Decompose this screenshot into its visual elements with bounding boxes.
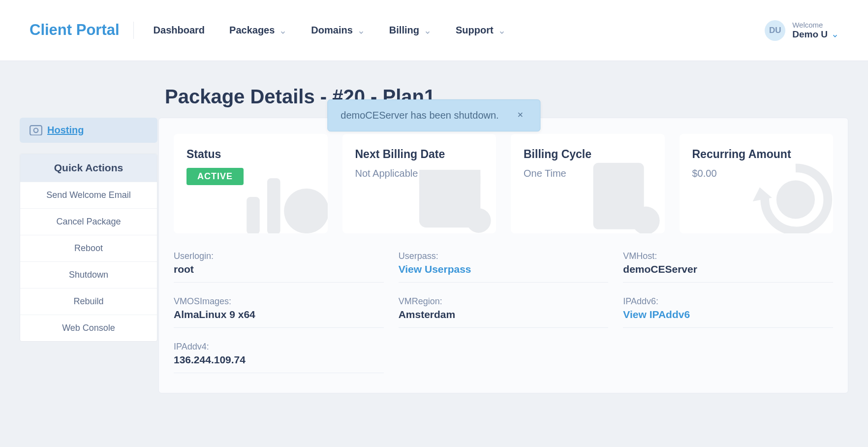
detail-vmregion-value: Amsterdam: [399, 309, 609, 320]
nav-packages[interactable]: Packages: [229, 25, 286, 36]
detail-vmhost: VMHost: demoCEServer: [623, 251, 833, 283]
header: Client Portal Dashboard Packages Domains…: [0, 0, 868, 61]
svg-rect-4: [247, 197, 260, 233]
close-icon[interactable]: [514, 109, 527, 122]
nav-billing[interactable]: Billing: [389, 25, 431, 36]
welcome-label: Welcome: [792, 21, 838, 29]
nav-support[interactable]: Support: [456, 25, 505, 36]
card-next-billing: Next Billing Date Not Applicable: [342, 134, 496, 233]
qa-shutdown[interactable]: Shutdown: [20, 261, 157, 288]
detail-userpass: Userpass: View Userpass: [399, 251, 609, 283]
recurring-icon: [744, 158, 833, 233]
nav-packages-label: Packages: [229, 25, 275, 36]
qa-reboot[interactable]: Reboot: [20, 235, 157, 261]
quick-actions-header: Quick Actions: [20, 154, 157, 182]
svg-point-3: [34, 128, 38, 132]
nav-domains[interactable]: Domains: [311, 25, 364, 36]
nav-dashboard[interactable]: Dashboard: [154, 25, 205, 36]
toast-message: demoCEServer has been shutdown.: [341, 110, 498, 121]
nav-support-label: Support: [456, 25, 494, 36]
calendar-icon: [407, 158, 496, 233]
qa-cancel-package[interactable]: Cancel Package: [20, 208, 157, 235]
svg-point-15: [776, 180, 815, 219]
detail-vmos-value: AlmaLinux 9 x64: [174, 309, 384, 320]
main-panel: Status ACTIVE Next Billing Date Not Appl…: [158, 118, 848, 393]
summary-cards: Status ACTIVE Next Billing Date Not Appl…: [174, 134, 833, 233]
qa-rebuild[interactable]: Rebuild: [20, 288, 157, 315]
view-userpass-link[interactable]: View Userpass: [399, 263, 609, 275]
sidebar-hosting-label: Hosting: [47, 125, 84, 136]
detail-vmos: VMOSImages: AlmaLinux 9 x64: [174, 296, 384, 328]
user-menu[interactable]: DU Welcome Demo U: [765, 20, 838, 41]
username: Demo U: [792, 29, 838, 40]
detail-ipv6-label: IPAddv6:: [623, 296, 833, 307]
content: demoCEServer has been shutdown. Package …: [0, 86, 868, 393]
view-ipv6-link[interactable]: View IPAddv6: [623, 309, 833, 320]
detail-ipv4-label: IPAddv4:: [174, 342, 384, 352]
chevron-down-icon: [279, 27, 286, 34]
svg-rect-12: [602, 187, 635, 192]
details-grid: Userlogin: root Userpass: View Userpass …: [174, 251, 833, 373]
nav-dashboard-label: Dashboard: [154, 25, 205, 36]
chevron-down-icon: [498, 27, 505, 34]
nav-billing-label: Billing: [389, 25, 419, 36]
avatar: DU: [765, 20, 785, 41]
svg-rect-8: [419, 170, 480, 184]
toast-notification: demoCEServer has been shutdown.: [327, 99, 540, 131]
svg-point-9: [466, 208, 491, 233]
user-text: Welcome Demo U: [792, 21, 838, 40]
detail-vmhost-label: VMHost:: [623, 251, 833, 261]
svg-rect-11: [602, 177, 635, 181]
svg-rect-5: [267, 178, 280, 233]
svg-point-6: [284, 189, 328, 233]
username-text: Demo U: [792, 29, 828, 40]
chart-icon: [239, 158, 328, 233]
status-badge: ACTIVE: [186, 168, 244, 185]
sidebar: Hosting Quick Actions Send Welcome Email…: [20, 118, 157, 393]
chevron-down-icon: [358, 27, 365, 34]
camera-icon: [30, 125, 42, 136]
qa-web-console[interactable]: Web Console: [20, 315, 157, 341]
detail-userlogin-label: Userlogin:: [174, 251, 384, 261]
qa-send-welcome-email[interactable]: Send Welcome Email: [20, 182, 157, 208]
detail-vmregion-label: VMRegion:: [399, 296, 609, 307]
detail-userpass-label: Userpass:: [399, 251, 609, 261]
detail-vmos-label: VMOSImages:: [174, 296, 384, 307]
detail-vmregion: VMRegion: Amsterdam: [399, 296, 609, 328]
quick-actions-panel: Quick Actions Send Welcome Email Cancel …: [20, 154, 157, 342]
svg-point-14: [631, 207, 659, 233]
detail-ipv4: IPAddv4: 136.244.109.74: [174, 342, 384, 373]
detail-ipv6: IPAddv6: View IPAddv6: [623, 296, 833, 328]
chevron-down-icon: [424, 27, 431, 34]
brand-logo[interactable]: Client Portal: [30, 22, 134, 38]
detail-userlogin: Userlogin: root: [174, 251, 384, 283]
svg-rect-13: [602, 198, 623, 202]
svg-rect-2: [30, 126, 42, 135]
card-billing-cycle: Billing Cycle One Time: [511, 134, 665, 233]
detail-userlogin-value: root: [174, 263, 384, 275]
sidebar-hosting-link[interactable]: Hosting: [20, 118, 157, 143]
invoice-icon: [576, 158, 665, 233]
card-status: Status ACTIVE: [174, 134, 328, 233]
detail-vmhost-value: demoCEServer: [623, 263, 833, 275]
chevron-down-icon: [832, 31, 838, 38]
main-nav: Dashboard Packages Domains Billing Suppo…: [154, 25, 765, 36]
card-recurring: Recurring Amount $0.00: [680, 134, 834, 233]
nav-domains-label: Domains: [311, 25, 352, 36]
detail-ipv4-value: 136.244.109.74: [174, 354, 384, 366]
